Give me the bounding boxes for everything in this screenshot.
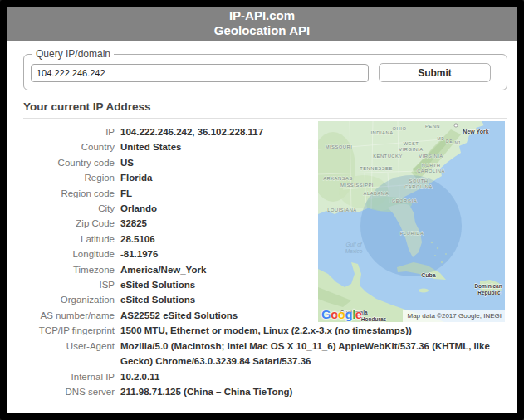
map-label-penn: PENN [425, 124, 440, 129]
table-row: DNS server211.98.71.125 (China – China T… [23, 384, 507, 399]
map-label-louisiana: LOUISIANA [327, 208, 356, 212]
field-value: AS22552 eSited Solutions [120, 308, 238, 323]
field-value: 104.222.246.242, 36.102.228.117 [120, 125, 263, 139]
field-label: TCP/IP fingerprint [23, 323, 115, 338]
section-api-documentation: API documentation [23, 412, 507, 413]
field-value: Orlando [120, 201, 157, 216]
map-label-georgia: GEORGIA [392, 198, 418, 203]
map-label-gulf-of-mexico: Gulf of [345, 242, 362, 247]
table-row: User-AgentMozilla/5.0 (Macintosh; Intel … [23, 339, 507, 369]
map-label-ohio: OHIO [393, 126, 407, 131]
field-label: Organization [23, 292, 115, 307]
city-marker-new-york [454, 124, 458, 127]
query-fieldset: Query IP/domain Submit [23, 48, 507, 90]
field-label: Latitude [23, 232, 115, 247]
site-title: IP-API.com [7, 8, 517, 23]
map-label-north-carolina: NORTH [421, 163, 440, 168]
svg-text:CAROLINA: CAROLINA [417, 168, 445, 173]
table-row: TCP/IP fingerprint1500 MTU, Ethernet or … [23, 323, 507, 338]
map-label-missouri: MISSOURI [326, 144, 353, 149]
map-label-virginia: VIRGINIA [419, 154, 443, 159]
svg-text:Republic: Republic [477, 290, 501, 296]
field-label: Internal IP [23, 369, 115, 384]
field-label: Longitude [23, 247, 115, 261]
map-attribution: Map data ©2017 Google, INEGI [403, 310, 505, 322]
page-header: IP-API.com Geolocation API [7, 7, 517, 41]
map-label-dominican-republic: Dominican [474, 283, 502, 289]
map-label-new-york: New York [463, 129, 488, 134]
ip-query-input[interactable] [31, 64, 369, 82]
field-label: AS number/name [23, 308, 115, 323]
map-label-arkansas: ARKANSAS [323, 176, 353, 181]
map-label-mississippi: MISSISSIPPI [340, 183, 374, 188]
submit-button[interactable]: Submit [379, 63, 491, 82]
field-label: Region code [23, 186, 115, 201]
map-label-west-virginia: WEST [404, 141, 419, 146]
field-value: 28.5106 [120, 232, 155, 247]
field-value: 1500 MTU, Ethernet or modem, Linux (2.2.… [120, 323, 412, 338]
window-frame: IP-API.com Geolocation API Query IP/doma… [0, 0, 524, 420]
field-value: -81.1976 [120, 247, 158, 261]
page: IP-API.com Geolocation API Query IP/doma… [7, 7, 517, 413]
map-label-alabama: ALABAMA [364, 191, 389, 196]
section-current-ip: Your current IP Address [23, 100, 507, 119]
field-label: City [23, 201, 115, 216]
content: Query IP/domain Submit Your current IP A… [7, 48, 517, 413]
map-label-de: DE [446, 139, 453, 144]
field-label: Region [23, 170, 115, 185]
map-label-honduras: Honduras [361, 316, 387, 322]
field-label: Country code [23, 155, 115, 170]
map-label-tennessee: TENNESSEE [360, 166, 393, 171]
field-label: Timezone [23, 262, 115, 277]
field-value: Mozilla/5.0 (Macintosh; Intel Mac OS X 1… [120, 339, 507, 369]
field-label: DNS server [23, 384, 115, 399]
map-label-cuba: Cuba [421, 272, 436, 278]
field-value: 211.98.71.125 (China – China TieTong) [120, 384, 292, 399]
field-value: Florida [120, 170, 152, 185]
field-label: Zip Code [23, 216, 115, 231]
field-label: ISP [23, 277, 115, 292]
field-value: eSited Solutions [120, 292, 195, 307]
query-legend: Query IP/domain [32, 48, 114, 60]
field-label: IP [23, 125, 115, 139]
site-subtitle: Geolocation API [7, 23, 517, 38]
map-label-florida: FLORIDA [400, 231, 424, 236]
field-value: America/New_York [120, 262, 206, 277]
map-canvas: MISSOURI INDIANA OHIO PENN New York MD D… [318, 121, 505, 322]
results-area: IP104.222.246.242, 36.102.228.117 Countr… [23, 119, 507, 399]
field-label: User-Agent [23, 339, 115, 369]
google-logo[interactable]: Google [321, 307, 362, 321]
geolocation-map[interactable]: MISSOURI INDIANA OHIO PENN New York MD D… [318, 121, 505, 322]
map-label-indiana: INDIANA [370, 130, 393, 135]
map-label-kentucky: KENTUCKY [373, 154, 403, 159]
field-value: United States [120, 139, 182, 154]
field-value: 10.2.0.11 [120, 369, 159, 384]
svg-text:VIRGINIA: VIRGINIA [399, 147, 423, 152]
field-value: FL [120, 186, 132, 201]
table-row: Internal IP10.2.0.11 [23, 369, 507, 384]
field-value: eSited Solutions [120, 277, 195, 292]
map-label-md: MD [438, 136, 445, 141]
map-label-nj: NJ [454, 140, 460, 145]
field-value: 32825 [120, 216, 147, 231]
field-value: US [120, 155, 134, 170]
svg-text:Mexico: Mexico [345, 248, 363, 254]
field-label: Country [23, 139, 115, 154]
map-label-south-carolina: SOUTH [409, 178, 429, 183]
svg-text:CAROLINA: CAROLINA [404, 184, 433, 189]
